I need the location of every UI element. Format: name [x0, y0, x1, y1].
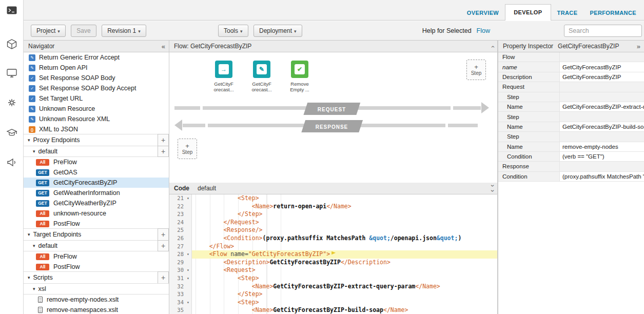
- method-badge: GET: [36, 200, 49, 207]
- publish-icon[interactable]: [6, 67, 18, 79]
- fold-toggle-icon[interactable]: ▾: [185, 266, 192, 274]
- line-number: 25: [169, 226, 185, 234]
- fold-toggle-icon[interactable]: ▾: [185, 250, 192, 259]
- tools-button[interactable]: Tools▾: [218, 25, 248, 37]
- fold-gutter: [185, 259, 192, 267]
- add-step-button-left[interactable]: + Step: [178, 139, 197, 159]
- learn-cap-icon[interactable]: [6, 126, 18, 139]
- fold-gutter: [185, 290, 192, 299]
- tab-overview[interactable]: OVERVIEW: [461, 5, 505, 21]
- flow-step-getcityf-orecast[interactable]: ✎GetCityForecast...: [247, 61, 276, 92]
- property-value[interactable]: remove-empty-nodes: [560, 142, 644, 151]
- collapse-arrow-icon[interactable]: ▾: [33, 149, 35, 154]
- collapse-arrow-icon[interactable]: ▾: [28, 232, 30, 237]
- nav-item-unknown-resource[interactable]: ✎Unknown Resource: [24, 104, 169, 114]
- collapse-arrow-icon[interactable]: ▾: [33, 243, 35, 248]
- property-row-flow: Flow: [498, 52, 644, 62]
- flow-step-getcityf-orecast[interactable]: →GetCityForecast...: [209, 61, 238, 92]
- tab-develop[interactable]: DEVELOP: [505, 4, 551, 21]
- file-icon: [38, 297, 43, 303]
- nav-section-scripts[interactable]: ▾Scripts+: [24, 271, 169, 284]
- flow-panel-header: Flow: GetCityForecastByZIP ›: [169, 41, 497, 52]
- collapse-flow-icon[interactable]: ›: [492, 43, 494, 50]
- line-number: 35: [169, 306, 185, 314]
- method-badge: All: [36, 210, 49, 217]
- collapse-arrow-icon[interactable]: ▾: [33, 286, 35, 291]
- nav-section-target-endpoints[interactable]: ▾Target Endpoints+: [24, 228, 169, 241]
- add-button[interactable]: +: [158, 146, 169, 157]
- nav-item-preflow[interactable]: AllPreFlow: [24, 251, 169, 262]
- policy-icon: ✓: [29, 75, 35, 82]
- nav-subsection-default[interactable]: ▾default+: [24, 240, 169, 251]
- nav-item-set-response-soap-body-accept[interactable]: ✓Set Response SOAP Body Accept: [24, 83, 169, 93]
- property-value[interactable]: (verb == "GET"): [560, 152, 644, 161]
- collapse-arrow-icon[interactable]: ▾: [28, 275, 30, 280]
- property-value[interactable]: GetCityForecastByZIP-extract-qu: [560, 102, 644, 111]
- fold-toggle-icon[interactable]: ▾: [185, 274, 192, 283]
- api-proxies-icon[interactable]: [6, 38, 18, 50]
- nav-item-unknown-resource[interactable]: Allunknown-resource: [24, 208, 169, 219]
- fold-toggle-icon[interactable]: ▾: [185, 299, 192, 307]
- code-line-text: </Step>: [192, 210, 497, 219]
- nav-subsection-default[interactable]: ▾default+: [24, 146, 169, 157]
- tab-performance[interactable]: PERFORMANCE: [583, 5, 642, 21]
- property-row-step: Step: [498, 92, 644, 102]
- nav-subsection-xsl[interactable]: ▾xsl: [24, 283, 169, 295]
- bar-gap: [200, 106, 203, 110]
- nav-item-set-target-url[interactable]: ✓Set Target URL: [24, 93, 169, 104]
- admin-gear-icon[interactable]: [6, 96, 18, 109]
- code-line-text: <Condition>(proxy.pathsuffix MatchesPath…: [192, 234, 497, 243]
- method-badge: All: [36, 159, 49, 166]
- nav-item-postflow[interactable]: AllPostFlow: [24, 219, 169, 229]
- property-value[interactable]: (proxy.pathsuffix MatchesPath "/c: [560, 172, 644, 181]
- project-button[interactable]: Project▾: [31, 25, 66, 37]
- nav-item-getoas[interactable]: GETGetOAS: [24, 167, 169, 178]
- deployment-button[interactable]: Deployment▾: [253, 25, 302, 37]
- property-row-request: Request: [498, 82, 644, 92]
- nav-item-return-generic-error-accept[interactable]: ✎Return Generic Error Accept: [24, 52, 169, 63]
- add-button[interactable]: +: [158, 271, 169, 284]
- nav-item-getcityweatherbyzip[interactable]: GETGetCityWeatherByZIP: [24, 198, 169, 208]
- nav-item-return-open-api[interactable]: ✎Return Open API: [24, 63, 169, 73]
- add-step-button-top[interactable]: + Step: [466, 60, 486, 80]
- nav-item-xml-to-json[interactable]: {}XML to JSON: [24, 124, 169, 134]
- nav-section-proxy-endpoints[interactable]: ▾Proxy Endpoints+: [24, 134, 169, 146]
- nav-item-unknown-resource-xml[interactable]: ✎Unknown Resource XML: [24, 114, 169, 124]
- property-row-step: Step: [498, 112, 644, 122]
- line-number: 29: [169, 259, 185, 267]
- save-button[interactable]: Save: [71, 25, 96, 37]
- flow-step-remove-empty[interactable]: ✔RemoveEmpty ...: [285, 61, 314, 92]
- property-value[interactable]: GetCityForecastByZIP-build-soap: [560, 122, 644, 131]
- expand-code-icon[interactable]: ››: [492, 183, 494, 193]
- fold-toggle-icon[interactable]: ▾: [185, 194, 192, 203]
- callout-policy-icon: →: [215, 61, 232, 78]
- nav-item-label: Unknown Resource XML: [39, 115, 110, 123]
- nav-item-getweatherinformation[interactable]: GETGetWeatherInformation: [24, 188, 169, 198]
- nav-item-remove-namespaces-xslt[interactable]: remove-namespaces.xslt: [24, 305, 169, 314]
- property-value: [560, 52, 644, 62]
- revision-button[interactable]: Revision 1▾: [102, 25, 146, 37]
- help-flow-link[interactable]: Flow: [477, 27, 490, 34]
- add-button[interactable]: +: [158, 134, 169, 146]
- nav-item-remove-empty-nodes-xslt[interactable]: remove-empty-nodes.xslt: [24, 295, 169, 305]
- nav-item-label: GetWeatherInformation: [53, 189, 120, 197]
- collapse-navigator-icon[interactable]: «: [162, 43, 165, 50]
- nav-item-getcityforecastbyzip[interactable]: GETGetCityForecastByZIP: [24, 178, 169, 188]
- property-value[interactable]: GetCityForecastByZIP: [560, 62, 644, 71]
- terminal-icon[interactable]: [6, 4, 18, 16]
- property-row-description: DescriptionGetCityForecastByZIP: [498, 72, 644, 82]
- add-button[interactable]: +: [158, 228, 169, 241]
- collapse-arrow-icon[interactable]: ▾: [28, 138, 30, 143]
- announcements-megaphone-icon[interactable]: [6, 156, 18, 168]
- property-value[interactable]: GetCityForecastByZIP: [560, 72, 644, 82]
- collapse-inspector-icon[interactable]: »: [637, 43, 640, 50]
- add-button[interactable]: +: [158, 240, 169, 251]
- search-input[interactable]: [564, 25, 642, 37]
- nav-item-postflow[interactable]: AllPostFlow: [24, 262, 169, 272]
- nav-item-set-response-soap-body[interactable]: ✓Set Response SOAP Body: [24, 73, 169, 83]
- nav-item-preflow[interactable]: AllPreFlow: [24, 157, 169, 167]
- method-badge: All: [36, 221, 49, 227]
- property-label: Response: [498, 162, 560, 171]
- code-editor[interactable]: 21▾ <Step>22 <Name>return-open-api</Name…: [169, 194, 497, 314]
- tab-trace[interactable]: TRACE: [551, 5, 584, 21]
